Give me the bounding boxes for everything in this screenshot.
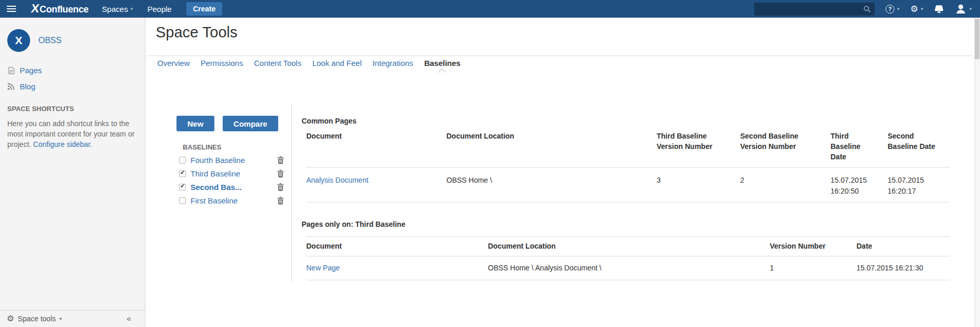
tab-content-tools[interactable]: Content Tools [253,59,302,67]
nav-spaces[interactable]: Spaces▾ [102,5,133,13]
settings-menu-button[interactable]: ⚙ ▾ [910,5,923,13]
compare-baselines-button[interactable]: Compare [223,116,278,131]
tab-look-and-feel[interactable]: Look and Feel [311,59,363,67]
tab-integrations-label: Integrations [373,59,413,67]
space-name-link[interactable]: OBSS [38,36,61,45]
space-tools-menu[interactable]: ⚙ Space tools ▾ [7,315,62,323]
baseline-name-link[interactable]: Fourth Baseline [190,156,273,165]
document-link[interactable]: New Page [306,264,340,272]
user-menu-button[interactable]: ▾ [955,3,972,15]
hamburger-menu-icon[interactable] [7,6,16,12]
confluence-logo[interactable]: X Confluence [31,3,88,15]
baseline-checkbox[interactable] [179,184,186,190]
pages-only-table: Document Document Location Version Numbe… [306,236,950,280]
sidebar-item-blog[interactable]: Blog [0,78,145,94]
pages-icon [7,66,15,75]
create-button[interactable]: Create [186,2,223,16]
baseline-name-link[interactable]: Second Bas... [190,183,273,192]
top-nav-links: Spaces▾ People [102,5,171,13]
new-baseline-button[interactable]: New [176,116,214,131]
common-pages-heading: Common Pages [302,117,357,125]
column-header: Document [306,237,488,256]
help-menu-button[interactable]: ? ▾ [886,5,900,13]
nav-people[interactable]: People [147,5,172,13]
gear-icon: ⚙ [910,5,918,13]
blog-rss-icon [7,83,15,90]
second-date-cell: 15.07.2015 16:20:17 [888,168,950,202]
panel-divider [291,104,292,283]
tab-content-tools-label: Content Tools [254,59,301,67]
baseline-list-item: Third Baseline [179,167,284,180]
sidebar-item-pages[interactable]: Pages [0,62,145,78]
title-divider [146,56,973,56]
delete-baseline-button[interactable] [277,170,284,178]
space-tools-tabs: Overview Permissions Content Tools Look … [156,59,461,67]
location-cell: OBSS Home \ Analysis Document \ [488,256,770,280]
tab-integrations[interactable]: Integrations [372,59,414,67]
space-logo[interactable]: X [7,29,30,52]
help-icon: ? [886,5,894,13]
column-header: Document Location [446,130,657,168]
baseline-name-link[interactable]: Third Baseline [190,169,273,178]
column-header: Third Baseline Version Number [657,130,740,168]
tab-permissions[interactable]: Permissions [200,59,244,67]
space-header: X OBSS [0,18,145,52]
column-header: Second Baseline Date [888,130,950,168]
search-input[interactable] [758,5,863,13]
scrollbar-track[interactable] [974,18,980,327]
page-title: Space Tools [156,24,237,41]
trash-icon [277,197,284,205]
baseline-checkbox[interactable] [179,157,186,164]
space-sidebar: X OBSS Pages Blog SPACE SHORTCUTS [0,18,145,327]
document-link[interactable]: Analysis Document [306,176,369,184]
second-version-cell: 2 [740,168,831,202]
collapse-sidebar-button[interactable]: « [124,314,134,324]
nav-people-label: People [147,5,172,13]
sidebar-item-pages-label: Pages [20,66,42,75]
space-shortcuts-heading: SPACE SHORTCUTS [0,94,145,113]
baseline-list-item: Second Bas... [179,180,284,194]
pages-only-heading: Pages only on: Third Baseline [302,220,405,228]
delete-baseline-button[interactable] [277,183,284,191]
tab-baselines[interactable]: Baselines [423,59,461,67]
baseline-name-link[interactable]: First Baseline [190,196,273,205]
table-row: New Page OBSS Home \ Analysis Document \… [306,256,950,280]
sidebar-nav: Pages Blog [0,62,145,94]
third-date-cell: 15.07.2015 16:20:50 [831,168,888,202]
active-tab-marker [438,69,446,77]
tab-overview[interactable]: Overview [156,59,191,67]
delete-baseline-button[interactable] [277,156,284,164]
column-header: Document Location [488,237,770,256]
tab-overview-label: Overview [157,59,190,67]
trash-icon [277,183,284,191]
location-cell: OBSS Home \ [446,168,657,202]
space-tools-label: Space tools [18,315,56,323]
tab-permissions-label: Permissions [201,59,243,67]
tab-baselines-label: Baselines [424,59,460,67]
chevron-down-icon: ▾ [921,6,923,11]
baseline-checkbox[interactable] [179,170,186,177]
confluence-x-icon: X [30,3,40,15]
baseline-checkbox[interactable] [179,197,186,204]
sidebar-footer: ⚙ Space tools ▾ « [0,310,145,327]
notifications-button[interactable] [934,4,944,13]
top-right-controls: ? ▾ ⚙ ▾ ▾ [754,3,972,16]
version-cell: 1 [770,256,856,280]
search-icon[interactable] [863,5,871,13]
chevron-down-icon: ▾ [60,316,62,321]
baselines-list-heading: BASELINES [183,143,221,151]
baselines-list: Fourth Baseline Third Baseline Second Ba… [179,153,284,207]
delete-baseline-button[interactable] [277,197,284,205]
date-cell: 15.07.2015 16:21:30 [856,256,950,280]
scrollbar-thumb[interactable] [975,19,979,59]
third-version-cell: 3 [657,168,740,202]
confluence-logo-text: Confluence [39,4,88,15]
table-header-row: Document Document Location Version Numbe… [306,237,950,256]
configure-sidebar-link[interactable]: Configure sidebar. [33,140,92,148]
baseline-list-item: First Baseline [179,194,284,207]
column-header: Document [306,130,446,168]
quick-search-box[interactable] [754,3,875,16]
space-shortcuts-description: Here you can add shortcut links to the m… [0,113,145,149]
common-pages-table: Document Document Location Third Baselin… [306,130,950,202]
table-row: Analysis Document OBSS Home \ 3 2 15.07.… [306,168,950,202]
